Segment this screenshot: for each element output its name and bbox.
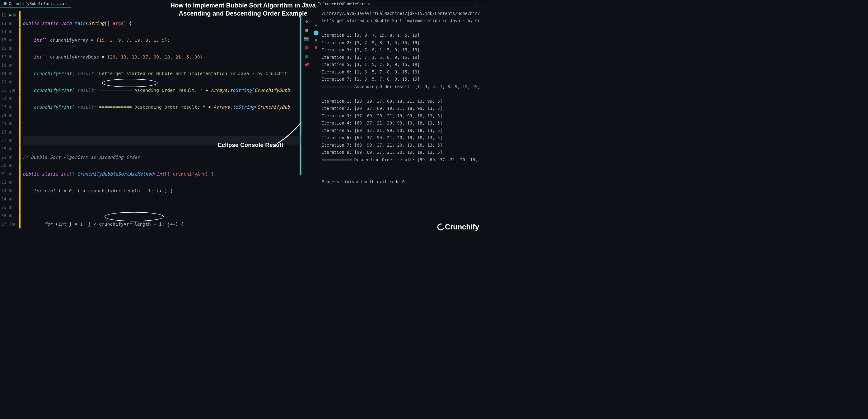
export-icon[interactable]: ↓	[314, 31, 318, 35]
gutter-row[interactable]: 36	[0, 212, 23, 220]
pin-icon[interactable]: 📌	[304, 62, 309, 67]
gutter-row[interactable]: 25	[0, 120, 23, 128]
console-line: Iteration 5: [69, 37, 21, 99, 20, 19, 18…	[322, 127, 485, 134]
wrap-icon[interactable]: ↩	[315, 24, 317, 27]
gutter-row[interactable]: 37@	[0, 220, 23, 229]
console-line	[322, 90, 485, 98]
gutter-row[interactable]: 12▶	[0, 11, 23, 19]
gutter-row[interactable]: 32	[0, 178, 23, 186]
svg-rect-2	[318, 2, 320, 5]
gutter-row[interactable]: 23	[0, 103, 23, 111]
close-icon[interactable]: ×	[66, 1, 68, 5]
console-line: Process finished with exit code 0	[322, 178, 485, 185]
gutter-row[interactable]: 17	[0, 53, 23, 61]
console-line	[322, 163, 485, 171]
gutter-row[interactable]: 15	[0, 36, 23, 44]
gutter-row[interactable]: 20	[0, 78, 23, 86]
menu-icon[interactable]: ⋮	[473, 1, 477, 6]
gutter-row[interactable]: 28	[0, 145, 23, 153]
console-line: Iteration 8: [99, 69, 37, 21, 20, 19, 18…	[322, 149, 485, 156]
editor-tab[interactable]: J CrunchifyBubbleSort.java ×	[0, 0, 71, 7]
run-header: Run: CrunchifyBubbleSort × ⋮ —	[302, 0, 486, 8]
stop-icon[interactable]: ■	[304, 27, 309, 32]
gutter-row[interactable]: 33	[0, 186, 23, 195]
trash-icon[interactable]: 🗑	[314, 46, 317, 49]
console-output[interactable]: /Library/Java/JavaVirtualMachines/jdk-15…	[320, 8, 486, 235]
console-line: Iteration 3: [3, 7, 8, 1, 5, 9, 15, 19]	[322, 47, 485, 54]
run-toolbar-1: ▶ ⚙ ■ 📷 🐞 ▦ 📌	[302, 8, 312, 235]
console-line: ============ Descending Order result: [9…	[322, 156, 485, 164]
code-area[interactable]: public static void main(String[] args) {…	[23, 8, 302, 235]
arrow-annotation	[272, 98, 302, 147]
gutter-row[interactable]: 29	[0, 153, 23, 161]
java-file-icon: J	[3, 2, 7, 5]
gutter-row[interactable]: 14	[0, 27, 23, 36]
gear-icon[interactable]: ⚙	[304, 19, 309, 24]
console-line: Iteration 6: [1, 3, 5, 7, 8, 9, 15, 19]	[322, 68, 485, 76]
print-icon[interactable]: 🖶	[314, 39, 317, 42]
console-line: ============ Ascending Order result: [1,…	[322, 83, 485, 91]
gutter-row[interactable]: 26	[0, 128, 23, 136]
gutter-row[interactable]: 30	[0, 161, 23, 170]
console-line: Iteration 1: [3, 9, 7, 15, 8, 1, 5, 19]	[322, 32, 485, 39]
gutter-row[interactable]: 19	[0, 69, 23, 78]
gutter-row[interactable]: 35	[0, 203, 23, 212]
bug-icon[interactable]: 🐞	[304, 45, 309, 50]
gutter-row[interactable]: 18	[0, 61, 23, 69]
gutter-row[interactable]: 31	[0, 170, 23, 178]
run-tab[interactable]: CrunchifyBubbleSort ×	[315, 2, 372, 6]
gutter-row[interactable]: 22	[0, 95, 23, 103]
console-line	[322, 24, 485, 32]
console-line: Iteration 1: [20, 19, 37, 69, 18, 21, 13…	[322, 98, 485, 105]
console-line: /Library/Java/JavaVirtualMachines/jdk-15…	[322, 10, 485, 17]
minimize-icon[interactable]: —	[481, 1, 484, 6]
ellipse-annotation-1	[102, 79, 158, 87]
svg-text:J: J	[5, 2, 6, 4]
run-gutter-icon[interactable]: ▶	[9, 12, 12, 18]
run-tab-icon	[318, 2, 321, 5]
console-line: Iteration 7: [1, 3, 5, 7, 8, 9, 15, 19]	[322, 76, 485, 83]
logo-icon	[436, 222, 445, 232]
gutter-row[interactable]: 21@	[0, 86, 23, 95]
console-line: Iteration 3: [37, 69, 20, 21, 19, 99, 18…	[322, 112, 485, 120]
console-line: Iteration 4: [69, 37, 21, 20, 99, 19, 18…	[322, 120, 485, 127]
console-line: Iteration 2: [3, 7, 9, 8, 1, 5, 15, 19]	[322, 39, 485, 47]
gutter-row[interactable]: 16	[0, 44, 23, 53]
console-line: Iteration 4: [3, 7, 1, 5, 8, 9, 15, 19]	[322, 54, 485, 61]
gutter: 12▶131415161718192021@222324252627282930…	[0, 8, 23, 235]
code-editor[interactable]: ✓ 12▶131415161718192021@2223242526272829…	[0, 8, 302, 235]
gutter-row[interactable]: 13	[0, 19, 23, 28]
layout-icon[interactable]: ▦	[304, 54, 309, 59]
console-line	[322, 171, 485, 178]
tab-label: CrunchifyBubbleSort.java	[9, 1, 64, 6]
console-line: Iteration 6: [69, 37, 99, 21, 20, 19, 18…	[322, 134, 485, 142]
camera-icon[interactable]: 📷	[304, 36, 309, 41]
close-icon[interactable]: ×	[368, 2, 370, 6]
ellipse-annotation-2	[104, 212, 164, 221]
run-toolbar-2: ↑ ↓ ↩ ↓ 🖶 🗑	[312, 8, 320, 235]
page-title: How to Implement Bubble Sort Algorithm i…	[170, 1, 315, 18]
console-line: Iteration 2: [20, 37, 69, 19, 21, 18, 99…	[322, 105, 485, 112]
gutter-row[interactable]: 34	[0, 195, 23, 203]
console-line: Iteration 5: [3, 1, 5, 7, 8, 9, 15, 19]	[322, 61, 485, 68]
crunchify-logo: Crunchify	[437, 223, 479, 231]
gutter-row[interactable]: 27	[0, 136, 23, 145]
console-line: Let's get started on Bubble Sort impleme…	[322, 17, 485, 25]
console-line: Iteration 7: [69, 99, 37, 21, 20, 19, 18…	[322, 142, 485, 149]
gutter-row[interactable]: 24	[0, 111, 23, 120]
